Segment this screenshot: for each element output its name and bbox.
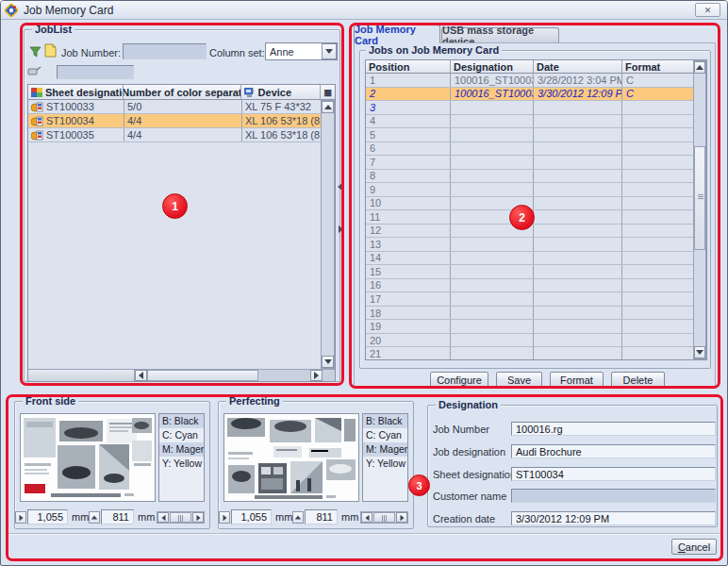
splitter-grip[interactable] xyxy=(342,196,344,217)
perfecting-color-hscrollbar[interactable] xyxy=(360,511,408,524)
memory-card-row[interactable]: 11 xyxy=(366,210,695,225)
scroll-up-button[interactable] xyxy=(322,101,334,113)
hscroll-thumb[interactable] xyxy=(373,512,395,523)
front-color-hscrollbar[interactable] xyxy=(157,511,205,524)
memory-card-row[interactable]: 13 xyxy=(366,238,695,252)
splitter-collapse-left-icon[interactable] xyxy=(338,181,342,192)
job-memory-card-dialog: Job Memory Card ✕ JobList Job Number: Co… xyxy=(0,0,728,566)
hscroll-thumb[interactable] xyxy=(170,512,191,523)
job-designation-field[interactable]: Audi Brochure xyxy=(511,444,716,458)
scroll-down-button[interactable] xyxy=(322,356,334,368)
joblist-table: Sheet designation Number of color separa… xyxy=(27,84,336,382)
memory-card-row[interactable]: 14 xyxy=(366,252,695,266)
column-set-label: Column set: xyxy=(209,47,265,58)
memory-card-row[interactable]: 4 xyxy=(366,115,695,129)
joblist-row[interactable]: ST1000344/4XL 106 53*18 (811) xyxy=(28,114,323,128)
column-header-designation[interactable]: Designation xyxy=(451,60,534,74)
sheet-designation-field[interactable]: ST100034 xyxy=(511,467,716,481)
close-button[interactable]: ✕ xyxy=(695,3,720,17)
arrow-left-icon xyxy=(365,514,369,520)
perfecting-height-field[interactable]: 811 xyxy=(305,509,338,524)
arrow-right-icon xyxy=(196,514,200,520)
memory-card-row[interactable]: 16 xyxy=(366,279,695,293)
column-header-device[interactable]: Device xyxy=(241,85,321,100)
customer-name-label: Customer name xyxy=(433,491,506,502)
column-set-value: Anne xyxy=(266,46,322,58)
arrow-right-icon xyxy=(19,514,23,520)
memory-card-row[interactable]: 18 xyxy=(366,307,695,321)
perfecting-preview-image[interactable] xyxy=(223,413,359,502)
format-button[interactable]: Format xyxy=(550,372,604,388)
perfecting-width-field[interactable]: 1,055 xyxy=(231,509,272,524)
column-header-date[interactable]: Date xyxy=(534,60,622,74)
front-height-direction-button[interactable] xyxy=(89,511,100,524)
memory-card-buttons: ConfigureSaveFormatDelete xyxy=(430,372,665,388)
joblist-vscrollbar[interactable] xyxy=(321,100,335,369)
hscroll-thumb[interactable] xyxy=(147,370,258,381)
splitter-collapse-right-icon[interactable] xyxy=(339,224,343,235)
scroll-left-button[interactable] xyxy=(361,512,372,523)
memory-card-row[interactable]: 3 xyxy=(366,101,695,115)
column-header-sheet-designation[interactable]: Sheet designation xyxy=(28,85,124,100)
creation-date-field[interactable]: 3/30/2012 12:09 PM xyxy=(511,511,716,525)
tab-usb-mass-storage[interactable]: USB mass storage device xyxy=(441,27,559,43)
memory-card-row[interactable]: 20 xyxy=(366,334,695,348)
job-number-field[interactable]: 100016.rg xyxy=(511,422,716,436)
joblist-table-header: Sheet designation Number of color separa… xyxy=(28,85,335,100)
front-width-direction-button[interactable] xyxy=(15,511,26,524)
front-width-field[interactable]: 1,055 xyxy=(27,509,68,524)
memory-card-row[interactable]: 12 xyxy=(366,225,695,239)
joblist-row[interactable]: ST1000335/0XL 75 F 43*32 xyxy=(28,100,323,114)
customer-name-field[interactable] xyxy=(511,489,716,503)
scroll-left-button[interactable] xyxy=(135,370,147,381)
scroll-left-button[interactable] xyxy=(157,512,169,523)
tab-job-memory-card[interactable]: Job Memory Card xyxy=(354,25,440,43)
memory-card-row[interactable]: 15 xyxy=(366,265,695,279)
scroll-right-button[interactable] xyxy=(192,512,204,523)
arrow-right-icon xyxy=(314,372,319,379)
column-set-dropdown-button[interactable] xyxy=(322,43,337,59)
memory-card-row[interactable]: 1100016_ST1000333/28/2012 3:04 PMC xyxy=(366,74,695,88)
joblist-row[interactable]: ST1000354/4XL 106 53*18 (811) xyxy=(28,128,323,142)
joblist-hscrollbar[interactable] xyxy=(28,369,335,381)
save-button[interactable]: Save xyxy=(496,372,542,388)
job-number-input[interactable] xyxy=(123,43,207,59)
front-height-field[interactable]: 811 xyxy=(101,509,134,524)
perfecting-width-direction-button[interactable] xyxy=(219,511,230,524)
memory-card-vscrollbar[interactable] xyxy=(693,60,706,359)
arrow-left-icon xyxy=(139,372,143,379)
scroll-right-button[interactable] xyxy=(310,370,323,381)
column-set-select[interactable]: Anne xyxy=(265,42,338,60)
memory-card-row[interactable]: 5 xyxy=(366,128,695,142)
memory-card-row[interactable]: 9 xyxy=(366,183,695,197)
column-header-format[interactable]: Format xyxy=(622,60,695,74)
cancel-button[interactable]: Cancel xyxy=(671,539,717,555)
clear-filter-icon[interactable] xyxy=(27,66,41,78)
filter-icon[interactable] xyxy=(29,45,41,59)
table-configure-columns-button[interactable]: ▦ xyxy=(321,85,335,100)
column-header-position[interactable]: Position xyxy=(366,60,451,74)
memory-card-table-body: 1100016_ST1000333/28/2012 3:04 PMC210001… xyxy=(366,74,695,359)
memory-card-row[interactable]: 7 xyxy=(366,156,695,170)
job-note-icon[interactable] xyxy=(43,43,58,59)
configure-button[interactable]: Configure xyxy=(430,372,488,388)
sheet-designation-label: Sheet designation xyxy=(433,469,516,480)
memory-card-row[interactable]: 8 xyxy=(366,170,695,184)
memory-card-row[interactable]: 19 xyxy=(366,320,695,334)
filter-input[interactable] xyxy=(57,65,134,79)
scroll-down-button[interactable] xyxy=(694,346,705,358)
memory-card-row[interactable]: 17 xyxy=(366,292,695,307)
scroll-up-button[interactable] xyxy=(694,61,705,74)
memory-card-row[interactable]: 2100016_ST1000343/30/2012 12:09 PMC xyxy=(366,88,695,102)
chevron-down-icon xyxy=(325,49,333,54)
scroll-right-button[interactable] xyxy=(396,512,407,523)
memory-card-row[interactable]: 10 xyxy=(366,197,695,211)
delete-button[interactable]: Delete xyxy=(611,372,665,388)
memory-card-row[interactable]: 21 xyxy=(366,347,695,359)
memory-card-row[interactable]: 6 xyxy=(366,142,695,157)
column-header-color-separations[interactable]: Number of color separatio... xyxy=(124,85,240,100)
vscroll-thumb[interactable] xyxy=(694,146,705,250)
front-side-preview-image[interactable] xyxy=(20,413,156,502)
device-column-icon xyxy=(244,88,256,97)
perfecting-height-direction-button[interactable] xyxy=(292,511,304,524)
